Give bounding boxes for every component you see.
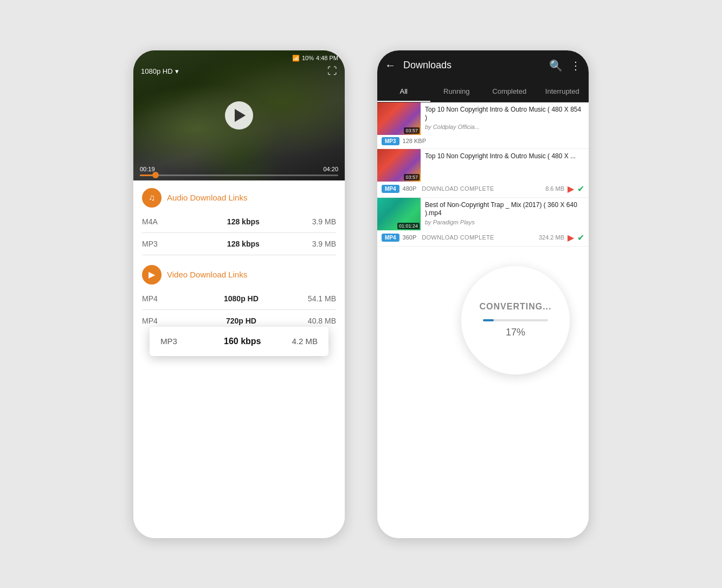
download-title-1: Top 10 Non Copyright Intro & Outro Music… (425, 106, 584, 122)
tab-completed[interactable]: Completed (483, 81, 536, 102)
video-progress-area: 00:19 04:20 (133, 163, 345, 180)
download-item-3: 01:01:24 Best of Non-Copyright Trap _ Mi… (377, 198, 589, 247)
fullscreen-icon[interactable]: ⛶ (327, 66, 337, 77)
video-format-1: MP4 (142, 294, 175, 303)
size-text-3: 324.2 MB (539, 234, 564, 241)
video-format-2: MP4 (142, 316, 175, 325)
wifi-icon: 📶 (292, 55, 300, 62)
thumbnail-2: 03:57 (377, 149, 421, 182)
status-bar: 📶 10% 4:48 PM (292, 55, 338, 62)
download-meta-3: Best of Non-Copyright Trap _ Mix (2017) … (421, 198, 589, 230)
video-controls-top: 1080p HD ▾ ⛶ (133, 66, 345, 77)
converting-overlay: CONVERTING... 17% (461, 266, 570, 374)
hl-format: MP3 (160, 337, 193, 346)
download-item-1-top: 03:57 Top 10 Non Copyright Intro & Outro… (377, 102, 589, 135)
download-section: ♫ Audio Download Links M4A 128 kbps 3.9 … (133, 180, 345, 538)
audio-format-1: M4A (142, 217, 175, 226)
status-text-3: DOWNLOAD COMPLETE (422, 234, 536, 241)
audio-section-title: Audio Download Links (167, 193, 247, 202)
play-button[interactable] (225, 101, 253, 130)
battery-text: 10% (302, 55, 314, 61)
back-button[interactable]: ← (385, 59, 396, 72)
quality-text-1: 128 KBP (403, 138, 426, 144)
audio-quality-1: 128 kbps (175, 217, 312, 226)
download-meta-1: Top 10 Non Copyright Intro & Outro Music… (421, 102, 589, 135)
search-icon[interactable]: 🔍 (549, 59, 563, 72)
audio-row-2[interactable]: MP3 128 kbps 3.9 MB (133, 235, 345, 253)
download-meta-2: Top 10 Non Copyright Intro & Outro Music… (421, 149, 589, 182)
hl-size: 4.2 MB (292, 337, 318, 346)
download-item-2-bottom: MP4 480P DOWNLOAD COMPLETE 8.6 MB ▶ ✔ (377, 182, 589, 197)
thumb-duration-1: 03:57 (404, 127, 420, 134)
app-bar-title: Downloads (403, 60, 542, 71)
more-options-icon[interactable]: ⋮ (570, 59, 581, 72)
audio-size-2: 3.9 MB (312, 240, 336, 248)
video-section-header: ▶ Video Download Links (133, 257, 345, 290)
quality-label: 1080p HD (141, 67, 173, 75)
audio-row-1[interactable]: M4A 128 kbps 3.9 MB (133, 213, 345, 230)
download-item-2: 03:57 Top 10 Non Copyright Intro & Outro… (377, 149, 589, 198)
time-elapsed: 00:19 (140, 166, 155, 172)
converting-progress-bar (483, 319, 548, 321)
tab-interrupted[interactable]: Interrupted (536, 81, 589, 102)
divider-3 (142, 309, 336, 310)
converting-progress-fill (483, 319, 494, 321)
video-section-title: Video Download Links (167, 270, 247, 279)
format-pill-1: MP3 (382, 137, 399, 145)
tab-all[interactable]: All (377, 81, 430, 102)
quality-badge[interactable]: 1080p HD ▾ (141, 67, 179, 75)
download-item-3-top: 01:01:24 Best of Non-Copyright Trap _ Mi… (377, 198, 589, 230)
highlighted-row[interactable]: MP3 160 kbps 4.2 MB (150, 327, 328, 356)
thumbnail-1: 03:57 (377, 102, 421, 135)
time-total: 04:20 (323, 166, 338, 172)
download-item-2-top: 03:57 Top 10 Non Copyright Intro & Outro… (377, 149, 589, 182)
right-phone: ← Downloads 🔍 ⋮ All Running Completed In… (377, 50, 589, 538)
size-text-2: 8.6 MB (545, 185, 564, 192)
video-quality-1: 1080p HD (175, 294, 308, 303)
audio-quality-2: 128 kbps (175, 240, 312, 248)
youtube-icon-2[interactable]: ▶ (568, 184, 574, 194)
app-bar: ← Downloads 🔍 ⋮ (377, 50, 589, 81)
format-pill-2: MP4 (382, 185, 399, 193)
download-title-2: Top 10 Non Copyright Intro & Outro Music… (425, 152, 584, 161)
thumb-duration-2: 03:57 (404, 174, 420, 180)
download-by-1: by Coldplay Officia... (425, 124, 584, 130)
time-text: 4:48 PM (316, 55, 338, 61)
audio-section-header: ♫ Audio Download Links (133, 180, 345, 213)
check-icon-2: ✔ (577, 184, 584, 194)
video-quality-2: 720p HD (175, 316, 308, 325)
status-text-2: DOWNLOAD COMPLETE (422, 185, 542, 192)
thumbnail-3: 01:01:24 (377, 198, 421, 230)
download-item-3-bottom: MP4 360P DOWNLOAD COMPLETE 324.2 MB ▶ ✔ (377, 230, 589, 246)
thumb-duration-3: 01:01:24 (397, 223, 420, 229)
download-item-1: 03:57 Top 10 Non Copyright Intro & Outro… (377, 102, 589, 149)
video-row-1[interactable]: MP4 1080p HD 54.1 MB (133, 290, 345, 307)
converting-text: CONVERTING... (479, 302, 551, 312)
progress-thumb (152, 172, 159, 178)
play-triangle-icon (235, 109, 246, 122)
progress-bar[interactable] (140, 175, 338, 176)
video-size-1: 54.1 MB (308, 294, 336, 303)
divider-1 (142, 232, 336, 233)
app-bar-icons: 🔍 ⋮ (549, 59, 581, 72)
video-player: 📶 10% 4:48 PM 1080p HD ▾ ⛶ 00:19 04:20 (133, 50, 345, 180)
quality-text-3: 360P (403, 234, 417, 241)
downloads-list-container: 03:57 Top 10 Non Copyright Intro & Outro… (377, 102, 589, 538)
quality-text-2: 480P (403, 185, 417, 192)
hl-quality: 160 kbps (193, 337, 292, 346)
chevron-down-icon: ▾ (175, 67, 179, 75)
tab-running[interactable]: Running (430, 81, 484, 102)
youtube-icon-3[interactable]: ▶ (568, 232, 574, 243)
video-icon: ▶ (142, 265, 162, 285)
download-by-3: by Paradigm Plays (425, 219, 584, 225)
audio-icon: ♫ (142, 188, 162, 208)
download-title-3: Best of Non-Copyright Trap _ Mix (2017) … (425, 201, 584, 218)
divider-2 (142, 255, 336, 255)
tabs-bar: All Running Completed Interrupted (377, 81, 589, 102)
download-item-1-bottom: MP3 128 KBP (377, 135, 589, 148)
format-pill-3: MP4 (382, 234, 399, 242)
left-phone: 📶 10% 4:48 PM 1080p HD ▾ ⛶ 00:19 04:20 (133, 50, 345, 538)
audio-format-2: MP3 (142, 240, 175, 248)
video-size-2: 40.8 MB (308, 316, 336, 325)
converting-percent: 17% (506, 327, 525, 338)
